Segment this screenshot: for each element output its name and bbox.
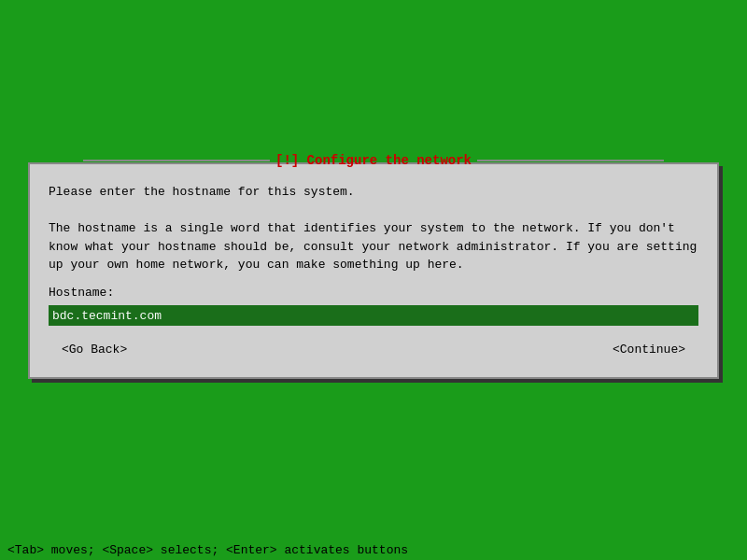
status-bar: <Tab> moves; <Space> selects; <Enter> ac… xyxy=(0,540,747,560)
dialog-title: [!] Configure the network xyxy=(275,153,472,168)
dialog-content: Please enter the hostname for this syste… xyxy=(30,164,717,377)
screen: [!] Configure the network Please enter t… xyxy=(0,0,747,560)
go-back-button[interactable]: <Go Back> xyxy=(58,341,131,358)
description-line1: Please enter the hostname for this syste… xyxy=(49,183,698,202)
dialog-box: [!] Configure the network Please enter t… xyxy=(28,162,719,379)
dialog-title-bar: [!] Configure the network xyxy=(83,153,664,168)
hostname-label: Hostname: xyxy=(49,286,698,300)
description-block: Please enter the hostname for this syste… xyxy=(49,183,698,274)
hostname-input-container[interactable] xyxy=(49,305,698,326)
button-row: <Go Back> <Continue> xyxy=(49,341,698,358)
status-bar-text: <Tab> moves; <Space> selects; <Enter> ac… xyxy=(7,543,408,557)
title-line-right xyxy=(477,160,664,161)
continue-button[interactable]: <Continue> xyxy=(609,341,689,358)
description-line3: know what your hostname should be, consu… xyxy=(49,238,698,257)
hostname-input[interactable] xyxy=(52,309,695,323)
description-line2: The hostname is a single word that ident… xyxy=(49,219,698,238)
description-line4: up your own home network, you can make s… xyxy=(49,256,698,274)
title-line-left xyxy=(83,160,270,161)
